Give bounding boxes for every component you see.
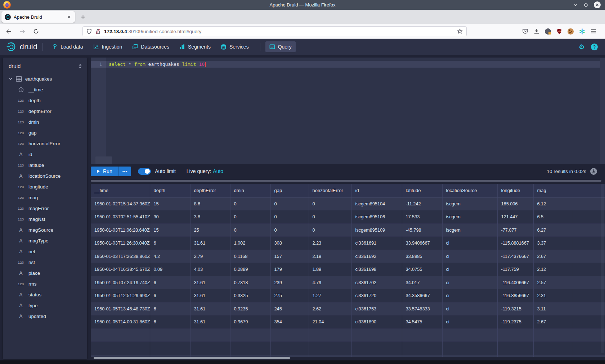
editor-hscrollbar-thumb[interactable] bbox=[95, 156, 112, 164]
sidebar-column-depth[interactable]: 123depth bbox=[3, 95, 87, 106]
forward-button[interactable] bbox=[18, 27, 27, 36]
table-cell[interactable]: 0 bbox=[230, 210, 270, 224]
sidebar-column-longitude[interactable]: 123longitude bbox=[3, 181, 87, 192]
table-cell[interactable]: 1.89 bbox=[309, 263, 351, 276]
table-cell[interactable]: 31.61 bbox=[190, 302, 230, 315]
tracking-shield-icon[interactable] bbox=[86, 28, 92, 35]
sidebar-column-dmin[interactable]: 123dmin bbox=[3, 117, 87, 127]
table-cell[interactable]: 1950-01-05T13:45:48.730Z bbox=[91, 302, 150, 315]
table-cell[interactable]: iscgem895109 bbox=[351, 223, 402, 237]
table-cell[interactable]: 0 bbox=[230, 223, 270, 237]
table-cell[interactable]: ci3361890 bbox=[351, 315, 402, 329]
sidebar-column-horizontalError[interactable]: 123horizontalError bbox=[3, 138, 87, 149]
pane-resize-handle[interactable] bbox=[91, 180, 601, 182]
live-query-control[interactable]: Live query:Auto bbox=[187, 168, 223, 174]
sidebar-column-magType[interactable]: AmagType bbox=[3, 235, 87, 246]
sidebar-column-gap[interactable]: 123gap bbox=[3, 127, 87, 138]
table-cell[interactable]: 8.6 bbox=[190, 197, 230, 210]
table-cell[interactable]: 6 bbox=[150, 315, 190, 329]
table-cell[interactable]: 1.27 bbox=[309, 289, 351, 302]
sidebar-column-rms[interactable]: 123rms bbox=[3, 278, 87, 289]
minimize-button[interactable] bbox=[573, 3, 578, 8]
pocket-icon[interactable] bbox=[522, 28, 528, 34]
table-cell[interactable]: 34.017 bbox=[402, 276, 442, 289]
column-header-id[interactable]: id bbox=[351, 184, 402, 197]
table-cell[interactable]: -115.8881667 bbox=[497, 237, 533, 250]
table-cell[interactable]: 0 bbox=[309, 210, 351, 224]
table-cell[interactable]: 21.04 bbox=[309, 315, 351, 329]
table-cell[interactable]: ci bbox=[442, 263, 497, 276]
maximize-button[interactable] bbox=[583, 3, 588, 8]
table-cell[interactable]: 34.5475 bbox=[402, 315, 442, 329]
cookie-extension-icon[interactable] bbox=[568, 28, 574, 35]
sidebar-column-place[interactable]: Aplace bbox=[3, 268, 87, 278]
table-cell[interactable]: 1950-01-05T12:51:29.690Z bbox=[91, 289, 150, 302]
table-cell[interactable]: 4.79 bbox=[309, 276, 351, 289]
column-header-gap[interactable]: gap bbox=[270, 184, 309, 197]
table-cell[interactable]: 2.62 bbox=[309, 302, 351, 315]
table-cell[interactable]: -11.242 bbox=[402, 197, 442, 210]
asterisk-extension-icon[interactable] bbox=[579, 28, 585, 35]
table-cell[interactable]: -116.8856667 bbox=[497, 289, 533, 302]
table-cell[interactable]: 2.31 bbox=[533, 289, 573, 302]
table-cell[interactable]: ci bbox=[442, 250, 497, 263]
table-cell[interactable]: 3.8 bbox=[190, 210, 230, 224]
table-cell[interactable]: ci3361702 bbox=[351, 276, 402, 289]
sidebar-column-magNst[interactable]: 123magNst bbox=[3, 214, 87, 224]
extension-icon[interactable] bbox=[545, 28, 551, 35]
column-header-dmin[interactable]: dmin bbox=[230, 184, 270, 197]
table-cell[interactable]: 1950-01-05T14:00:31.860Z bbox=[91, 315, 150, 329]
table-cell[interactable]: 31.61 bbox=[190, 289, 230, 302]
table-cell[interactable]: -77.077 bbox=[497, 223, 533, 237]
double-caret-icon[interactable] bbox=[78, 64, 82, 69]
table-cell[interactable]: 4.2 bbox=[150, 250, 190, 263]
back-button[interactable] bbox=[4, 27, 13, 36]
sidebar-column-mag[interactable]: 123mag bbox=[3, 192, 87, 203]
results-vscrollbar-track[interactable] bbox=[601, 184, 604, 353]
table-cell[interactable]: ci bbox=[442, 237, 497, 250]
table-cell[interactable]: 2.23 bbox=[309, 237, 351, 250]
column-header-__time[interactable]: __time bbox=[91, 184, 150, 197]
table-cell[interactable]: 1950-01-03T02:51:55.410Z bbox=[91, 210, 150, 224]
sql-editor[interactable]: 1 select * from earthquakes limit 10 bbox=[91, 58, 605, 164]
table-cell[interactable]: 3.11 bbox=[533, 302, 573, 315]
table-cell[interactable]: ci3361692 bbox=[351, 250, 402, 263]
table-cell[interactable]: 30 bbox=[150, 210, 190, 224]
table-cell[interactable]: 165.006 bbox=[497, 197, 533, 210]
table-cell[interactable]: -117.759 bbox=[497, 263, 533, 276]
table-cell[interactable]: 0 bbox=[309, 197, 351, 210]
url-bar[interactable]: 172.18.0.4:30109/unified-console.html#qu… bbox=[82, 26, 467, 36]
nav-services[interactable]: Services bbox=[217, 41, 253, 52]
table-cell[interactable]: 0 bbox=[270, 223, 309, 237]
sidebar-column-depthError[interactable]: 123depthError bbox=[3, 106, 87, 117]
table-cell[interactable]: -45.798 bbox=[402, 223, 442, 237]
sidebar-column-type[interactable]: Atype bbox=[3, 300, 87, 311]
table-cell[interactable]: -116.4006667 bbox=[497, 276, 533, 289]
table-cell[interactable]: iscgem895104 bbox=[351, 197, 402, 210]
table-cell[interactable]: ci3361691 bbox=[351, 237, 402, 250]
table-cell[interactable]: 33.8885 bbox=[402, 250, 442, 263]
table-cell[interactable]: iscgem bbox=[442, 197, 497, 210]
table-cell[interactable]: 179 bbox=[270, 263, 309, 276]
table-cell[interactable]: 2.19 bbox=[309, 250, 351, 263]
table-cell[interactable]: -119.2375 bbox=[497, 315, 533, 329]
table-cell[interactable]: 4.03 bbox=[190, 263, 230, 276]
table-cell[interactable]: 6.12 bbox=[533, 197, 573, 210]
table-cell[interactable]: 2.67 bbox=[533, 250, 573, 263]
sidebar-column-updated[interactable]: Aupdated bbox=[3, 311, 87, 322]
table-cell[interactable]: 0.09 bbox=[150, 263, 190, 276]
table-cell[interactable]: 1.002 bbox=[230, 237, 270, 250]
table-cell[interactable]: ci bbox=[442, 302, 497, 315]
table-cell[interactable]: iscgem895106 bbox=[351, 210, 402, 224]
nav-datasources[interactable]: Datasources bbox=[128, 41, 173, 52]
table-cell[interactable]: 6 bbox=[150, 237, 190, 250]
sidebar-table-earthquakes[interactable]: earthquakes bbox=[3, 73, 87, 84]
menu-hamburger-icon[interactable] bbox=[591, 29, 596, 34]
table-cell[interactable]: 31.61 bbox=[190, 237, 230, 250]
insecure-lock-icon[interactable] bbox=[95, 28, 101, 35]
download-results-icon[interactable] bbox=[590, 168, 597, 175]
table-cell[interactable]: 6 bbox=[150, 289, 190, 302]
column-header-mag[interactable]: mag bbox=[533, 184, 573, 197]
table-cell[interactable]: 3.37 bbox=[533, 237, 573, 250]
table-cell[interactable]: 34.3586667 bbox=[402, 289, 442, 302]
